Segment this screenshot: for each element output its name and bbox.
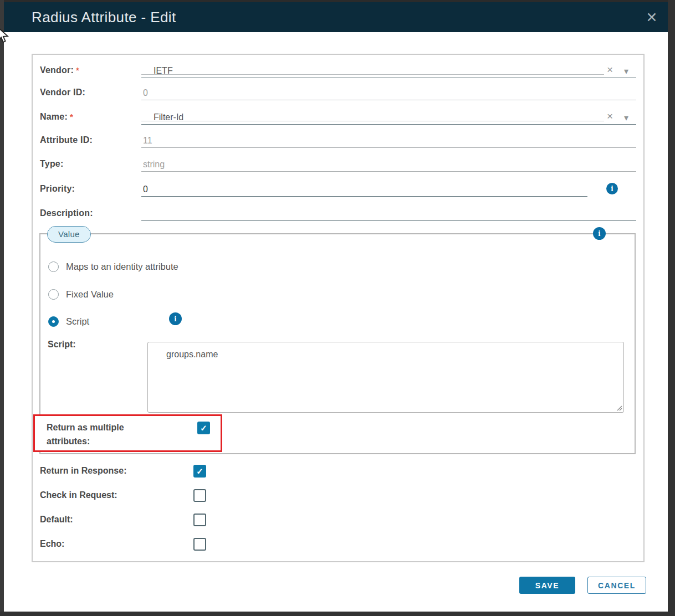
attribute-id-field: 11	[141, 128, 636, 148]
close-icon[interactable]: ✕	[642, 8, 661, 27]
return-multiple-checkbox[interactable]: ✓	[197, 422, 210, 434]
resize-handle[interactable]	[616, 404, 622, 411]
priority-input[interactable]: 0	[141, 177, 587, 197]
cancel-button[interactable]: CANCEL	[587, 577, 646, 594]
fixed-value-radio-label: Fixed Value	[66, 289, 114, 300]
radio-row-identity: Maps to an identity attribute	[48, 259, 178, 274]
value-section: Value i Maps to an identity attribute Fi…	[39, 233, 636, 454]
vendor-row: Vendor:* IETF × ▾	[40, 58, 636, 78]
type-field: string	[141, 152, 636, 172]
default-label: Default:	[40, 515, 193, 525]
attribute-id-label: Attribute ID:	[40, 135, 141, 148]
priority-row: Priority: 0 i	[40, 177, 636, 197]
script-radio-label: Script	[66, 316, 89, 327]
combobox-inner-underline	[141, 121, 604, 121]
return-multiple-highlight: Return as multiple attributes: ✓	[33, 414, 222, 452]
info-icon[interactable]: i	[169, 312, 182, 325]
echo-label: Echo:	[40, 539, 193, 549]
description-row: Description:	[40, 201, 636, 221]
name-value: Filter-Id	[141, 112, 183, 124]
check-in-request-row: Check in Request: ✓	[40, 483, 206, 507]
checkmark-icon: ✓	[200, 424, 207, 432]
vendor-combobox[interactable]: IETF × ▾	[141, 58, 636, 78]
modal-title: Radius Attribute - Edit	[4, 9, 176, 26]
value-tab[interactable]: Value	[47, 226, 91, 243]
info-icon[interactable]: i	[593, 227, 606, 240]
type-row: Type: string	[40, 152, 636, 172]
priority-label: Priority:	[40, 184, 141, 197]
name-row: Name:* Filter-Id × ▾	[40, 105, 636, 125]
modal-header: Radius Attribute - Edit ✕	[4, 2, 668, 32]
default-checkbox[interactable]: ✓	[193, 514, 206, 526]
script-value: groups.name	[166, 350, 218, 359]
window-frame-bottom	[0, 612, 675, 616]
window-frame-right	[668, 0, 675, 616]
type-value: string	[141, 160, 165, 171]
info-icon[interactable]: i	[606, 183, 618, 194]
radio-row-script: Script	[48, 314, 89, 329]
clear-icon[interactable]: ×	[607, 111, 613, 121]
script-textarea[interactable]: groups.name	[147, 342, 624, 413]
priority-value: 0	[141, 184, 148, 196]
fixed-value-radio[interactable]	[48, 289, 59, 300]
script-radio[interactable]	[48, 316, 59, 327]
chevron-down-icon[interactable]: ▾	[624, 67, 628, 76]
mouse-cursor-icon	[0, 27, 9, 44]
script-label: Script:	[48, 340, 76, 350]
combobox-inner-underline	[141, 74, 604, 75]
vendor-id-value: 0	[141, 88, 148, 100]
echo-checkbox[interactable]: ✓	[193, 538, 206, 551]
chevron-down-icon[interactable]: ▾	[624, 114, 628, 122]
return-multiple-label: Return as multiple attributes:	[47, 420, 157, 448]
vendor-id-label: Vendor ID:	[40, 88, 141, 100]
vendor-label-text: Vendor:	[40, 65, 74, 75]
return-in-response-row: Return in Response: ✓	[40, 459, 206, 483]
name-label-text: Name:	[40, 112, 68, 121]
attribute-id-value: 11	[141, 136, 152, 147]
save-button[interactable]: SAVE	[519, 577, 575, 594]
description-value	[141, 219, 143, 220]
vendor-id-row: Vendor ID: 0	[40, 80, 636, 100]
vendor-label: Vendor:*	[40, 65, 141, 78]
return-in-response-checkbox[interactable]: ✓	[193, 465, 206, 478]
description-input[interactable]	[141, 201, 636, 221]
radio-row-fixed: Fixed Value	[48, 286, 114, 302]
required-asterisk: *	[70, 112, 73, 121]
attribute-id-row: Attribute ID: 11	[40, 128, 636, 148]
window-frame-left	[0, 0, 4, 616]
name-combobox[interactable]: Filter-Id × ▾	[141, 105, 636, 125]
identity-radio-label: Maps to an identity attribute	[66, 261, 178, 272]
description-label: Description:	[40, 208, 141, 221]
required-asterisk: *	[76, 65, 79, 75]
return-in-response-label: Return in Response:	[40, 466, 193, 476]
check-in-request-label: Check in Request:	[40, 490, 193, 500]
name-label: Name:*	[40, 112, 141, 125]
default-row: Default: ✓	[40, 507, 206, 532]
check-in-request-checkbox[interactable]: ✓	[193, 489, 206, 502]
type-label: Type:	[40, 159, 141, 172]
identity-radio[interactable]	[48, 261, 59, 272]
checkmark-icon: ✓	[196, 467, 203, 475]
echo-row: Echo: ✓	[40, 532, 206, 556]
clear-icon[interactable]: ×	[607, 64, 613, 75]
vendor-value: IETF	[141, 66, 173, 78]
vendor-id-field: 0	[141, 80, 636, 100]
attribute-form: Vendor:* IETF × ▾ Vendor ID: 0 Name:* Fi…	[32, 54, 645, 562]
